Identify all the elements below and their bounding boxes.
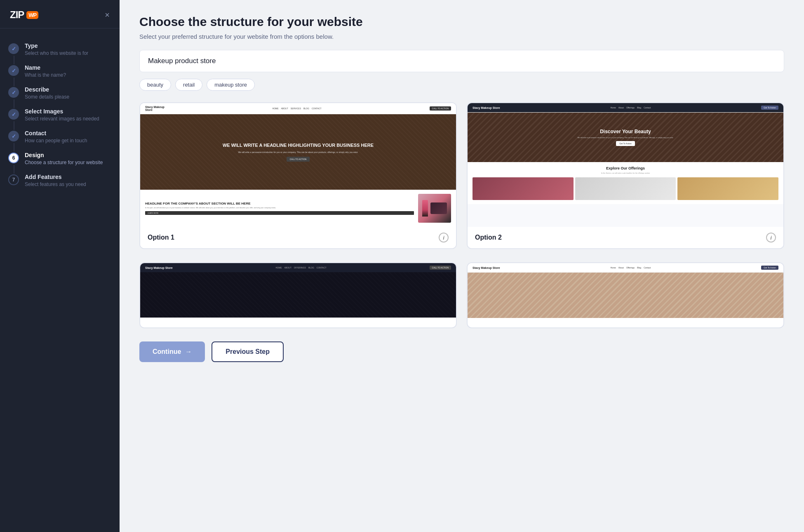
step-subtitle-name: What is the name? [25, 72, 110, 78]
tag-beauty[interactable]: beauty [139, 79, 171, 91]
page-title: Choose the structure for your website [139, 15, 784, 29]
option-card-1[interactable]: Stacy MakeupStore HOMEABOUTSERVICESBLOGC… [139, 102, 457, 249]
step-circle-contact: ✓ [8, 131, 19, 141]
step-title-select-images: Select Images [25, 108, 110, 115]
tag-makeup-store[interactable]: makeup store [207, 79, 255, 91]
sidebar-item-select-images[interactable]: ✓ Select Images Select relevant images a… [0, 104, 120, 126]
step-subtitle-describe: Some details please [25, 94, 110, 100]
sidebar-item-name[interactable]: ✓ Name What is the name? [0, 60, 120, 82]
step-title-design: Design [25, 152, 110, 158]
sidebar: ZIP WP × ✓ Type Select who this website … [0, 0, 120, 532]
footer-buttons: Continue → Previous Step [139, 341, 784, 362]
step-title-type: Type [25, 42, 110, 49]
step-subtitle-contact: How can people get in touch [25, 138, 110, 144]
previous-step-button[interactable]: Previous Step [212, 341, 284, 362]
step-circle-select-images: ✓ [8, 109, 19, 120]
page-subtitle: Select your preferred structure for your… [139, 33, 784, 40]
option-preview-1: Stacy MakeupStore HOMEABOUTSERVICESBLOGC… [140, 103, 456, 227]
step-title-add-features: Add Features [25, 174, 110, 180]
mock-hero-1: WE WILL WRITE A HEADLINE HIGHLIGHTING YO… [140, 114, 456, 190]
info-icon-1[interactable]: i [439, 233, 449, 242]
logo-wp: WP [26, 11, 38, 19]
sidebar-item-describe[interactable]: ✓ Describe Some details please [0, 82, 120, 104]
mock-hero-2: Discover Your Beauty We will write a per… [468, 113, 783, 162]
option-footer-2: Option 2 i [468, 227, 783, 248]
option-label-1: Option 1 [148, 234, 174, 241]
previous-label: Previous Step [226, 348, 270, 355]
info-icon-2[interactable]: i [766, 233, 776, 242]
option-label-2: Option 2 [475, 234, 502, 241]
step-circle-type: ✓ [8, 43, 19, 54]
step-title-name: Name [25, 64, 110, 71]
step-number-design: 6 [12, 155, 15, 161]
option-card-3[interactable]: Stacy Makeup Store HOMEABOUTOFFERINGSBLO… [139, 262, 457, 328]
sidebar-steps: ✓ Type Select who this website is for ✓ … [0, 28, 120, 532]
step-circle-design: 6 [8, 153, 19, 163]
step-subtitle-add-features: Select features as you need [25, 181, 110, 187]
option-footer-1: Option 1 i [140, 227, 456, 248]
mock-about-1: HEADLINE FOR THE COMPANY'S ABOUT SECTION… [140, 190, 456, 227]
step-title-describe: Describe [25, 86, 110, 93]
option-preview-2: Stacy Makeup Store HomeAboutOfferingsBlo… [468, 103, 783, 227]
continue-button[interactable]: Continue → [139, 341, 205, 362]
step-title-contact: Contact [25, 130, 110, 137]
mock-nav-2: Stacy Makeup Store HomeAboutOfferingsBlo… [468, 103, 783, 113]
step-subtitle-design: Choose a structure for your website [25, 160, 110, 165]
continue-arrow: → [185, 348, 192, 355]
step-circle-name: ✓ [8, 65, 19, 76]
close-icon[interactable]: × [105, 10, 110, 20]
sidebar-item-add-features[interactable]: 7 Add Features Select features as you ne… [0, 169, 120, 191]
sidebar-item-contact[interactable]: ✓ Contact How can people get in touch [0, 126, 120, 148]
mock-offerings-2: Explore Our Offerings In this Section, w… [468, 162, 783, 204]
step-circle-describe: ✓ [8, 87, 19, 98]
options-grid-bottom: Stacy Makeup Store HOMEABOUTOFFERINGSBLO… [139, 262, 784, 328]
sidebar-item-type[interactable]: ✓ Type Select who this website is for [0, 38, 120, 60]
mock-nav-1: Stacy MakeupStore HOMEABOUTSERVICESBLOGC… [140, 103, 456, 114]
tags-row: beauty retail makeup store [139, 79, 784, 91]
main-content: Choose the structure for your website Se… [120, 0, 804, 532]
logo: ZIP WP [10, 9, 38, 21]
step-subtitle-type: Select who this website is for [25, 50, 110, 56]
step-circle-add-features: 7 [8, 174, 19, 185]
tag-retail[interactable]: retail [175, 79, 202, 91]
search-input[interactable] [139, 50, 784, 72]
option-card-4[interactable]: Stacy Makeup Store HomeAboutOfferingsBlo… [467, 262, 784, 328]
sidebar-item-design[interactable]: 6 Design Choose a structure for your web… [0, 148, 120, 169]
logo-zip: ZIP [10, 9, 24, 21]
options-grid: Stacy MakeupStore HOMEABOUTSERVICESBLOGC… [139, 102, 784, 249]
step-subtitle-select-images: Select relevant images as needed [25, 116, 110, 122]
step-number-add-features: 7 [12, 177, 15, 183]
sidebar-header: ZIP WP × [0, 0, 120, 28]
continue-label: Continue [153, 348, 181, 355]
option-card-2[interactable]: Stacy Makeup Store HomeAboutOfferingsBlo… [467, 102, 784, 249]
